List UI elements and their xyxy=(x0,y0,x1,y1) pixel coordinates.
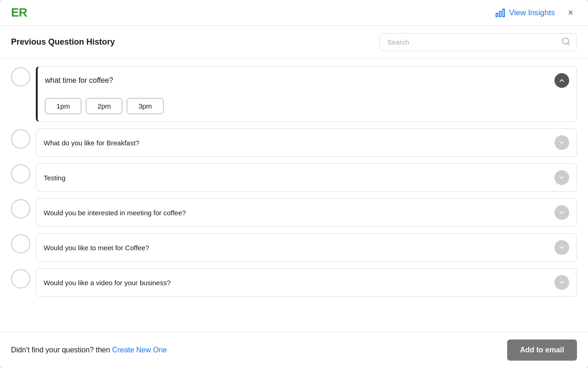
search-input[interactable] xyxy=(379,33,577,51)
question-item: Would you be interested in meeting for c… xyxy=(11,198,577,227)
view-insights-label: View Insights xyxy=(509,8,555,17)
question-card-header: Would you like a video for your business… xyxy=(36,269,577,296)
question-item: Would you like a video for your business… xyxy=(11,268,577,297)
question-text: Testing xyxy=(44,174,66,182)
question-card: What do you like for Breakfast? xyxy=(36,128,577,157)
chevron-down-icon xyxy=(558,139,565,146)
toggle-button[interactable] xyxy=(554,73,569,88)
radio-circle[interactable] xyxy=(11,234,30,253)
chevron-up-icon xyxy=(558,77,565,84)
svg-rect-2 xyxy=(496,13,498,16)
toggle-button[interactable] xyxy=(554,240,569,255)
radio-circle[interactable] xyxy=(11,129,30,149)
question-card-header: What do you like for Breakfast? xyxy=(36,129,577,156)
sub-header: Previous Question History xyxy=(0,26,588,59)
option-button[interactable]: 1pm xyxy=(45,98,81,114)
question-card: Would you like to meet for Coffee? xyxy=(36,233,577,262)
toggle-button[interactable] xyxy=(554,275,569,290)
content: what time for coffee?1pm2pm3pmWhat do yo… xyxy=(0,59,588,332)
close-button[interactable]: × xyxy=(564,6,577,19)
question-card: Would you like a video for your business… xyxy=(36,268,577,297)
toggle-button[interactable] xyxy=(554,205,569,220)
question-card-header: what time for coffee? xyxy=(38,67,577,94)
question-card-header: Would you be interested in meeting for c… xyxy=(36,199,577,226)
modal: ER View Insights × Previous Question His… xyxy=(0,0,588,368)
chevron-down-icon xyxy=(558,174,565,181)
question-item: What do you like for Breakfast? xyxy=(11,128,577,157)
svg-rect-0 xyxy=(503,9,505,17)
radio-circle[interactable] xyxy=(11,269,30,288)
add-to-email-button[interactable]: Add to email xyxy=(507,339,577,361)
question-text: what time for coffee? xyxy=(45,76,113,85)
toggle-button[interactable] xyxy=(554,135,569,150)
radio-circle[interactable] xyxy=(11,67,30,86)
footer: Didn't find your question? then Create N… xyxy=(0,332,588,368)
svg-rect-1 xyxy=(499,11,501,17)
question-text: Would you like a video for your business… xyxy=(44,279,171,287)
question-card: Testing xyxy=(36,163,577,192)
chevron-down-icon xyxy=(558,209,565,216)
toggle-button[interactable] xyxy=(554,170,569,185)
question-card: what time for coffee?1pm2pm3pm xyxy=(36,66,577,122)
option-button[interactable]: 2pm xyxy=(86,98,122,114)
logo: ER xyxy=(11,6,27,20)
bar-chart-icon xyxy=(495,8,505,18)
question-item: Testing xyxy=(11,163,577,192)
question-card: Would you be interested in meeting for c… xyxy=(36,198,577,227)
question-item: what time for coffee?1pm2pm3pm xyxy=(11,66,577,122)
page-title: Previous Question History xyxy=(11,37,115,47)
question-card-header: Testing xyxy=(36,164,577,191)
header: ER View Insights × xyxy=(0,0,588,26)
footer-text-container: Didn't find your question? then Create N… xyxy=(11,346,167,354)
question-card-header: Would you like to meet for Coffee? xyxy=(36,234,577,261)
options-row: 1pm2pm3pm xyxy=(38,94,577,121)
footer-static-text: Didn't find your question? then xyxy=(11,346,112,354)
option-button[interactable]: 3pm xyxy=(127,98,163,114)
question-text: What do you like for Breakfast? xyxy=(44,139,139,147)
chevron-down-icon xyxy=(558,279,565,286)
question-item: Would you like to meet for Coffee? xyxy=(11,233,577,262)
radio-circle[interactable] xyxy=(11,164,30,184)
question-text: Would you like to meet for Coffee? xyxy=(44,244,149,252)
chevron-down-icon xyxy=(558,244,565,251)
create-new-link[interactable]: Create New One xyxy=(112,346,167,354)
view-insights-button[interactable]: View Insights xyxy=(495,8,555,18)
close-icon: × xyxy=(568,7,573,18)
header-right: View Insights × xyxy=(495,6,577,19)
radio-circle[interactable] xyxy=(11,199,30,218)
search-container xyxy=(379,33,577,51)
question-text: Would you be interested in meeting for c… xyxy=(44,209,186,217)
